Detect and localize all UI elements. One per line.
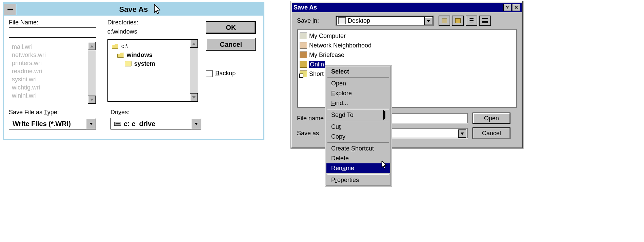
scroll-down-button[interactable] [190,93,198,101]
svg-rect-6 [482,18,488,19]
menu-item-delete[interactable]: Delete [326,154,390,163]
list-item[interactable]: winini.wri [9,92,88,100]
drives-combo[interactable]: c: c_drive [110,118,201,129]
separator [327,121,389,121]
drives-label: Drives: [110,109,206,116]
win95-title-text: Save As [294,4,317,11]
desktop-icon [338,17,346,24]
folder-icon [300,61,307,68]
menu-item-find[interactable]: Find... [326,98,390,108]
checkbox-icon [206,70,213,77]
list-item[interactable]: readme.wri [9,67,88,75]
list-item[interactable]: networks.wri [9,51,88,59]
computer-icon [300,33,307,39]
menu-item-explore[interactable]: Explore [326,88,390,98]
directory-tree[interactable]: c:\ windows system [108,40,198,70]
filename-label: File Name: [9,19,101,26]
filetype-value: Write Files (*.WRI) [13,120,71,128]
list-item[interactable]: mail.wri [9,43,88,51]
backup-checkbox[interactable]: Backup [206,70,258,77]
folder-open-icon [117,52,124,58]
up-one-level-button[interactable] [439,16,450,26]
directories-label: Directories: [107,19,200,26]
filetype-label: Save File as Type: [9,109,104,116]
context-menu[interactable]: Select Open Explore Find... Send To Cut … [325,65,392,187]
submenu-arrow-icon [383,112,385,119]
folder-open-icon [112,43,119,49]
win31-saveas-dialog: Save As File Name: mail.wri networks.wri… [3,2,264,140]
svg-rect-0 [469,18,469,19]
svg-rect-3 [470,18,474,19]
svg-rect-4 [470,20,474,21]
drives-value: c: c_drive [124,120,155,128]
current-path: c:\windows [107,28,200,35]
list-item[interactable]: sysini.wri [9,75,88,83]
separator [327,142,389,143]
menu-item-properties[interactable]: Properties [326,175,390,185]
svg-rect-1 [469,20,469,21]
network-icon [300,42,307,49]
folder-closed-icon [125,61,132,66]
separator [327,109,389,109]
tree-item[interactable]: system [110,59,190,68]
list-item[interactable]: printers.wri [9,59,88,67]
list-item[interactable]: wichtig.wri [9,83,88,92]
separator [327,77,389,78]
dropdown-button[interactable] [458,129,466,138]
cursor-icon [381,161,388,171]
list-item-briefcase[interactable]: My Briefcase [300,50,514,60]
scroll-up-button[interactable] [88,42,96,50]
dropdown-button[interactable] [191,118,201,129]
menu-item-copy[interactable]: Copy [326,132,390,142]
scroll-down-button[interactable] [88,96,96,104]
dropdown-button[interactable] [86,118,96,129]
dropdown-button[interactable] [424,17,432,25]
cursor-icon [154,4,162,15]
toolbar [439,16,491,26]
menu-item-shortcut[interactable]: Create Shortcut [326,144,390,154]
tree-item[interactable]: c:\ [110,42,190,51]
svg-rect-8 [482,21,488,22]
win31-titlebar[interactable]: Save As [4,3,263,16]
menu-item-sendto[interactable]: Send To [326,110,390,120]
briefcase-icon [300,52,307,58]
cancel-button[interactable]: Cancel [206,38,256,51]
details-view-button[interactable] [479,16,491,26]
win31-body: File Name: mail.wri networks.wri printer… [4,16,263,133]
savein-value: Desktop [348,17,370,24]
tree-item[interactable]: windows [110,51,190,59]
win31-title-text: Save As [16,5,251,14]
system-menu-button[interactable] [4,4,16,15]
scroll-up-button[interactable] [190,40,198,48]
svg-rect-9 [482,22,488,23]
scroll-track[interactable] [190,48,198,93]
close-button[interactable]: ✕ [512,4,520,11]
list-item-mycomputer[interactable]: My Computer [300,31,514,41]
drive-icon [114,122,121,126]
savein-combo[interactable]: Desktop [336,16,434,26]
filetype-combo[interactable]: Write Files (*.WRI) [9,118,96,129]
shortcut-icon [300,70,307,77]
scrollbar[interactable] [88,42,96,104]
savein-label: Save in: [297,17,331,24]
filename-input[interactable] [9,27,96,38]
help-button[interactable]: ? [503,4,511,11]
svg-rect-5 [470,22,474,22]
list-view-button[interactable] [466,16,477,26]
svg-rect-7 [482,20,488,20]
cancel-button[interactable]: Cancel [472,127,510,139]
new-folder-button[interactable] [452,16,464,26]
list-item-network[interactable]: Network Neighborhood [300,41,514,50]
ok-button[interactable]: OK [206,21,256,34]
menu-item-rename[interactable]: Rename [326,163,390,173]
svg-rect-2 [469,22,469,22]
scrollbar[interactable] [190,40,198,101]
win95-titlebar[interactable]: Save As ? ✕ [292,3,522,12]
menu-item-open[interactable]: Open [326,79,390,88]
menu-item-cut[interactable]: Cut [326,122,390,132]
file-list[interactable]: mail.wri networks.wri printers.wri readm… [9,42,96,100]
separator [327,174,389,175]
scroll-track[interactable] [88,50,96,96]
open-button[interactable]: Open [472,113,510,124]
context-menu-header: Select [326,67,390,77]
